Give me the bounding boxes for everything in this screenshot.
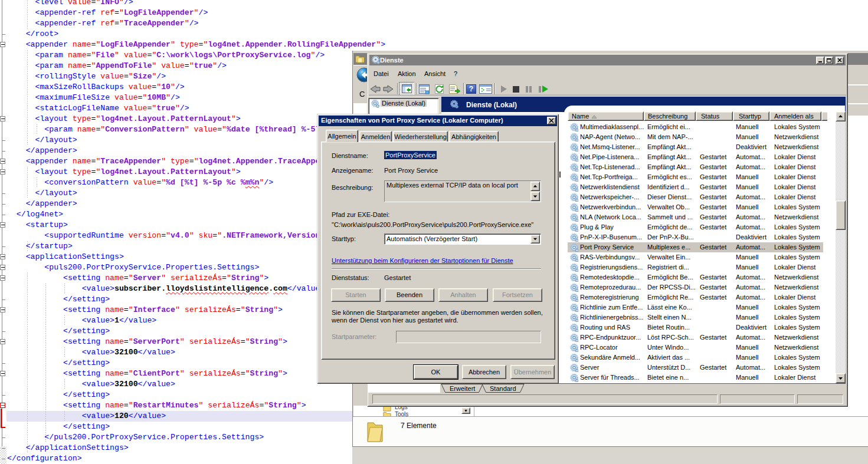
svg-text:Erweitert: Erweitert	[450, 385, 475, 392]
svg-text:Standard: Standard	[490, 385, 516, 392]
